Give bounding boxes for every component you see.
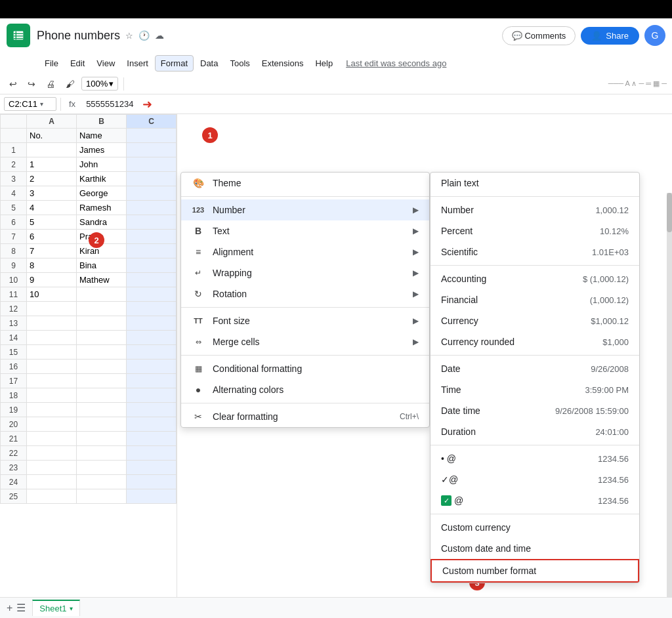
- scrollbar[interactable]: [667, 193, 672, 597]
- sheet-tab[interactable]: Sheet1 ▾: [32, 600, 79, 616]
- cell[interactable]: [77, 432, 127, 446]
- menu-item-extensions[interactable]: Extensions: [257, 56, 309, 71]
- cell[interactable]: [127, 475, 177, 489]
- submenu-item-number[interactable]: Number 1,000.12: [430, 199, 639, 220]
- format-menu-item-merge[interactable]: ⇔ Merge cells ▶: [181, 331, 429, 352]
- cell[interactable]: [127, 403, 177, 417]
- submenu-item-checkbox-at[interactable]: ✓ @ 1234.56: [430, 490, 639, 511]
- cell[interactable]: [127, 157, 177, 172]
- cell[interactable]: [77, 345, 127, 360]
- format-menu-item-rotation[interactable]: ↻ Rotation ▶: [181, 283, 429, 304]
- cell[interactable]: [127, 360, 177, 374]
- submenu-item-accounting[interactable]: Accounting $ (1,000.12): [430, 268, 639, 289]
- cell[interactable]: [27, 446, 77, 461]
- clock-icon[interactable]: 🕐: [138, 30, 150, 41]
- cell[interactable]: Mathew: [77, 273, 127, 287]
- cell[interactable]: [127, 244, 177, 258]
- cell[interactable]: [27, 143, 77, 157]
- cell[interactable]: [127, 287, 177, 302]
- submenu-item-financial[interactable]: Financial (1,000.12): [430, 289, 639, 310]
- cell[interactable]: Name: [77, 129, 127, 143]
- star-icon[interactable]: ☆: [125, 31, 133, 41]
- cell[interactable]: [77, 417, 127, 432]
- format-menu-item-alignment[interactable]: ≡ Alignment ▶: [181, 241, 429, 262]
- cell[interactable]: [27, 360, 77, 374]
- menu-item-file[interactable]: File: [39, 56, 64, 71]
- format-paint-button[interactable]: 🖌: [62, 76, 79, 92]
- add-sheet-button[interactable]: +: [7, 602, 12, 614]
- col-header-a[interactable]: A: [27, 115, 77, 129]
- submenu-item-scientific[interactable]: Scientific 1.01E+03: [430, 241, 639, 262]
- cell[interactable]: [127, 388, 177, 403]
- cell[interactable]: [27, 345, 77, 360]
- cell[interactable]: 10: [27, 287, 77, 302]
- zoom-control[interactable]: 100% ▾: [81, 77, 118, 91]
- avatar[interactable]: G: [644, 25, 665, 46]
- cell[interactable]: [27, 403, 77, 417]
- cell[interactable]: [127, 446, 177, 461]
- format-menu-item-clear[interactable]: ✂ Clear formatting Ctrl+\: [181, 406, 429, 427]
- cell[interactable]: [77, 374, 127, 388]
- menu-item-data[interactable]: Data: [195, 56, 223, 71]
- cell[interactable]: [77, 331, 127, 345]
- cell[interactable]: 5: [27, 215, 77, 230]
- print-button[interactable]: 🖨: [42, 76, 59, 92]
- cell[interactable]: [127, 432, 177, 446]
- cell[interactable]: [27, 302, 77, 316]
- cell[interactable]: 4: [27, 201, 77, 215]
- cell[interactable]: John: [77, 157, 127, 172]
- submenu-item-datetime[interactable]: Date time 9/26/2008 15:59:00: [430, 400, 639, 421]
- redo-button[interactable]: ↪: [24, 76, 39, 92]
- cell[interactable]: [27, 432, 77, 446]
- cell[interactable]: 9: [27, 273, 77, 287]
- cell[interactable]: [77, 287, 127, 302]
- cell[interactable]: [77, 360, 127, 374]
- cell[interactable]: 3: [27, 186, 77, 201]
- cell[interactable]: [127, 273, 177, 287]
- cell[interactable]: George: [77, 186, 127, 201]
- cell[interactable]: [27, 489, 77, 504]
- cell[interactable]: [127, 345, 177, 360]
- menu-item-edit[interactable]: Edit: [65, 56, 90, 71]
- cell[interactable]: [77, 475, 127, 489]
- submenu-item-date[interactable]: Date 9/26/2008: [430, 358, 639, 379]
- cell[interactable]: [127, 172, 177, 186]
- cell[interactable]: 7: [27, 244, 77, 258]
- format-menu-item-conditional[interactable]: ▦ Conditional formatting: [181, 358, 429, 379]
- cell[interactable]: [27, 331, 77, 345]
- submenu-item-time[interactable]: Time 3:59:00 PM: [430, 379, 639, 400]
- cell[interactable]: James: [77, 143, 127, 157]
- submenu-item-percent[interactable]: Percent 10.12%: [430, 220, 639, 241]
- submenu-item-custom-number[interactable]: Custom number format: [430, 559, 639, 583]
- cell[interactable]: [27, 374, 77, 388]
- submenu-item-currency-rounded[interactable]: Currency rounded $1,000: [430, 331, 639, 352]
- cell[interactable]: [127, 489, 177, 504]
- cell[interactable]: [127, 186, 177, 201]
- cell[interactable]: [77, 388, 127, 403]
- cell[interactable]: [127, 230, 177, 244]
- cell[interactable]: [77, 461, 127, 475]
- cell[interactable]: [77, 316, 127, 331]
- format-menu-item-wrapping[interactable]: ↵ Wrapping ▶: [181, 262, 429, 283]
- cell[interactable]: [127, 143, 177, 157]
- undo-button[interactable]: ↩: [5, 76, 21, 92]
- cell[interactable]: 1: [27, 157, 77, 172]
- menu-item-tools[interactable]: Tools: [224, 56, 255, 71]
- menu-item-help[interactable]: Help: [310, 56, 338, 71]
- share-button[interactable]: 👤 Share: [581, 27, 639, 45]
- cell[interactable]: [127, 302, 177, 316]
- format-menu-item-number[interactable]: 123 Number ▶: [181, 199, 429, 220]
- menu-item-format[interactable]: Format: [155, 55, 194, 72]
- submenu-item-currency[interactable]: Currency $1,000.12: [430, 310, 639, 331]
- cell[interactable]: Bina: [77, 258, 127, 273]
- format-menu-item-text[interactable]: B Text ▶: [181, 220, 429, 241]
- format-menu-item-theme[interactable]: 🎨 Theme: [181, 173, 429, 194]
- submenu-item-plaintext[interactable]: Plain text: [430, 173, 639, 194]
- submenu-item-duration[interactable]: Duration 24:01:00: [430, 421, 639, 442]
- cell[interactable]: [127, 461, 177, 475]
- format-menu-item-fontsize[interactable]: TT Font size ▶: [181, 310, 429, 331]
- cell[interactable]: [127, 316, 177, 331]
- comments-button[interactable]: 💬 Comments: [502, 26, 576, 45]
- cell[interactable]: [27, 417, 77, 432]
- col-header-c[interactable]: C: [127, 115, 177, 129]
